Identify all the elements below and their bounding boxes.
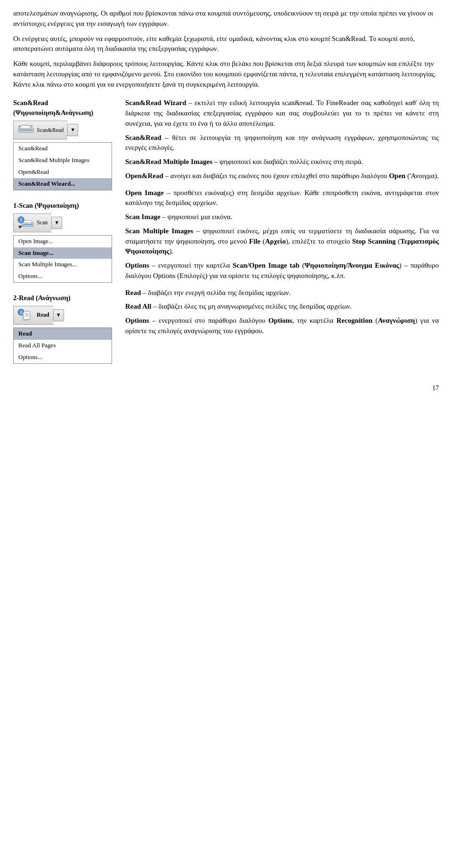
scan-dropdown-arrow[interactable]: ▼ (51, 217, 62, 229)
svg-text:+: + (23, 123, 25, 127)
scanread-menu-item-2[interactable]: Scan&Read Multiple Images (14, 155, 112, 166)
scan-main-button[interactable]: 1 ☛ Scan (13, 213, 51, 232)
main-content: Scan&Read (Ψηφιοποίηση&Ανάγνωση) ✦ (13, 98, 439, 374)
scanread-btn-label: Scan&Read (37, 126, 64, 134)
intro-p2: Οι ενέργειες αυτές, μπορούν να εφαρμοστο… (13, 34, 439, 55)
scan-menu-item-1[interactable]: Open Image... (14, 236, 112, 247)
svg-rect-18 (24, 311, 30, 319)
scanread-menu-item-3[interactable]: Open&Read (14, 166, 112, 178)
scanread-menu-item-4[interactable]: Scan&Read Wizard... (14, 178, 112, 190)
scan-label: 1-Scan (Ψηφιοποίηση) (13, 201, 117, 211)
scan-button-widget: 1 ☛ Scan ▼ (13, 213, 62, 232)
read-dropdown-arrow[interactable]: ▼ (53, 309, 64, 321)
read-button-widget: 2 Read ▼ (13, 306, 64, 325)
scanner-icon: ✦ + + + + ✦ (17, 123, 34, 137)
svg-text:1: 1 (20, 218, 22, 222)
scan-left-section: 1-Scan (Ψηφιοποίηση) 1 ☛ Scan (13, 201, 117, 283)
scanread-main-button[interactable]: ✦ + + + + ✦ Scan&Read (13, 121, 67, 139)
scanread-desc-wizard: Scan&Read Wizard – εκτελεί την ειδική λε… (125, 98, 439, 129)
scan-right-section: Open Image – προσθέτει εικόνα(ες) στη δε… (125, 188, 439, 281)
scan-icon: 1 ☛ (17, 216, 34, 230)
scanread-dropdown-arrow[interactable]: ▼ (67, 124, 78, 136)
read-menu-item-3[interactable]: Options... (14, 352, 112, 363)
scanread-menu-item-1[interactable]: Scan&Read (14, 143, 112, 155)
svg-text:+: + (26, 123, 28, 127)
right-column: Scan&Read Wizard – εκτελεί την ειδική λε… (121, 98, 439, 374)
scan-menu-item-4[interactable]: Options... (14, 270, 112, 282)
scanread-right-section: Scan&Read Wizard – εκτελεί την ειδική λε… (125, 98, 439, 181)
scan-desc-scan: Scan Image – ψηφιοποιεί μια εικόνα. (125, 212, 439, 222)
svg-text:+: + (21, 125, 22, 128)
scan-dropdown-menu: Open Image... Scan Image... Scan Multipl… (13, 235, 112, 283)
scanread-desc-main: Scan&Read – θέτει σε λειτουργία τη ψηφιο… (125, 133, 439, 154)
read-icon: 2 (17, 308, 34, 322)
left-column: Scan&Read (Ψηφιοποίηση&Ανάγνωση) ✦ (13, 98, 121, 374)
read-desc-readall: Read All – διαβάζει όλες τις μη αναγνωρι… (125, 302, 439, 312)
read-menu-item-1[interactable]: Read (14, 328, 112, 340)
intro-p1: αποτελεσμάτων αναγνώρισης. Οι αριθμοί πο… (13, 8, 439, 29)
page-number: 17 (13, 384, 439, 393)
scan-menu-item-3[interactable]: Scan Multiple Images... (14, 259, 112, 270)
read-btn-label: Read (37, 311, 49, 319)
svg-rect-12 (24, 221, 32, 223)
scan-desc-open: Open Image – προσθέτει εικόνα(ες) στη δε… (125, 188, 439, 209)
scanread-label: Scan&Read (Ψηφιοποίηση&Ανάγνωση) (13, 98, 117, 118)
scanread-dropdown-menu: Scan&Read Scan&Read Multiple Images Open… (13, 142, 112, 190)
scan-desc-options: Options – ενεργοποιεί την καρτέλα Scan/O… (125, 261, 439, 281)
svg-text:✦: ✦ (30, 124, 33, 129)
scan-menu-item-2[interactable]: Scan Image... (14, 247, 112, 259)
read-menu-item-2[interactable]: Read All Pages (14, 340, 112, 352)
read-desc-options: Options – ενεργοποιεί στο παράθυρο διαλό… (125, 316, 439, 336)
read-right-section: Read – διαβάζει την ενεργή σελίδα της δε… (125, 288, 439, 336)
scan-btn-label: Scan (37, 219, 48, 227)
scanread-left-section: Scan&Read (Ψηφιοποίηση&Ανάγνωση) ✦ (13, 98, 117, 190)
scanread-desc-multiple: Scan&Read Multiple Images – ψηφιοποιεί κ… (125, 157, 439, 167)
intro-p3: Κάθε κουμπί, περιλαμβάνει διάφορους τρόπ… (13, 59, 439, 90)
read-dropdown-menu: Read Read All Pages Options... (13, 328, 112, 364)
read-left-section: 2-Read (Ανάγνωση) 2 Rea (13, 293, 117, 364)
read-main-button[interactable]: 2 Read (13, 306, 53, 325)
scanread-desc-open: Open&Read – ανοίγει και διαβάζει τις εικ… (125, 171, 439, 181)
scan-desc-multiple: Scan Multiple Images – ψηφιοποιεί εικόνε… (125, 226, 439, 257)
read-desc-read: Read – διαβάζει την ενεργή σελίδα της δε… (125, 288, 439, 298)
svg-text:+: + (29, 124, 30, 127)
svg-text:2: 2 (20, 310, 22, 315)
svg-text:☛: ☛ (18, 224, 23, 229)
scanread-button-widget: ✦ + + + + ✦ Scan&Read ▼ (13, 121, 78, 139)
read-label: 2-Read (Ανάγνωση) (13, 293, 117, 303)
intro-block: αποτελεσμάτων αναγνώρισης. Οι αριθμοί πο… (13, 8, 439, 90)
